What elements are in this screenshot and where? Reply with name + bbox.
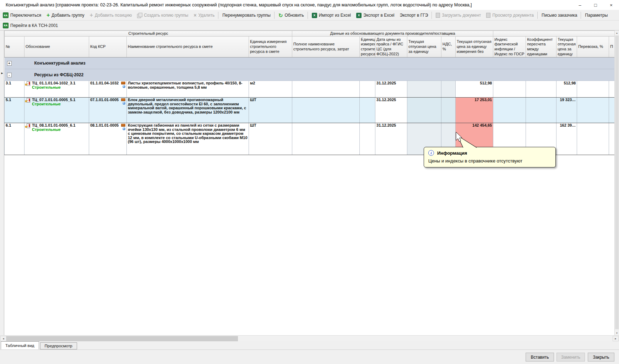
cell-price-per-unit[interactable]: 19 323… bbox=[556, 98, 577, 123]
add-position-label: Добавить позицию bbox=[95, 13, 132, 18]
cell-number[interactable]: 5.1 bbox=[5, 98, 25, 123]
cell-unit[interactable]: м2 bbox=[249, 81, 292, 98]
horizontal-scroll-thumb[interactable] bbox=[6, 336, 238, 341]
group-row-conjuncture-analysis[interactable]: + Конъюнктурный анализ bbox=[5, 57, 615, 69]
cell-justification[interactable]: ☛ ТЦ_01.1.01.04-1032_3.1 Строительные bbox=[25, 81, 89, 98]
cell-ksr-code[interactable]: 01.1.01.04-1032 bbox=[89, 81, 127, 98]
add-group-button[interactable]: + Добавить группу bbox=[44, 11, 87, 20]
group-row-fsbc-resources[interactable]: - Ресурсы из ФСБЦ-2022 bbox=[5, 69, 615, 81]
cell-price-per-unit[interactable]: 512,98 bbox=[556, 81, 577, 98]
toolbar-separator bbox=[218, 12, 218, 19]
add-group-label: Добавить группу bbox=[51, 13, 84, 18]
parameters-button[interactable]: Параметры bbox=[582, 11, 610, 20]
cell-justification[interactable]: ☛ ТЦ_08.1.01.01-0005_6.1 Строительные bbox=[25, 123, 89, 155]
cell-unit-supplier[interactable] bbox=[360, 81, 375, 98]
cell-inflation-index[interactable] bbox=[493, 81, 526, 98]
close-button[interactable]: × bbox=[603, 0, 619, 10]
group-label: Конъюнктурный анализ bbox=[25, 57, 615, 69]
scroll-up-icon[interactable]: ▲ bbox=[615, 31, 619, 35]
bricks-icon bbox=[121, 124, 125, 127]
export-gge-button[interactable]: Экспорт в ГГЭ bbox=[397, 11, 431, 20]
scroll-left-icon[interactable]: ◄ bbox=[0, 336, 6, 341]
horizontal-scrollbar[interactable]: ◄ ► bbox=[0, 335, 619, 341]
switch-button[interactable]: КА Переключиться bbox=[0, 11, 44, 20]
cell-ksr-code[interactable]: 08.1.01.01-0005 bbox=[89, 123, 127, 155]
toolbar-separator bbox=[537, 12, 538, 19]
excel-icon: X bbox=[312, 13, 317, 18]
scroll-down-icon[interactable]: ▼ bbox=[615, 331, 619, 335]
cell-vat[interactable] bbox=[441, 98, 456, 123]
cell-justification[interactable]: ☛ ТЦ_07.1.01.01-0005_5.1 Строительные bbox=[25, 98, 89, 123]
cell-truncated[interactable] bbox=[609, 81, 615, 98]
cell-resource-name[interactable]: Блок дверной металлический противопожарн… bbox=[127, 98, 249, 123]
cell-number[interactable]: 3.1 bbox=[5, 81, 25, 98]
document-view-icon bbox=[486, 13, 490, 18]
cell-price-date[interactable]: 31.12.2025 bbox=[375, 98, 407, 123]
tab-table-view[interactable]: Табличный вид bbox=[1, 341, 39, 349]
group-header-empty bbox=[493, 31, 615, 37]
cell-unit[interactable]: ШТ bbox=[249, 98, 292, 123]
delete-button[interactable]: × Удалить bbox=[191, 11, 217, 20]
col-header-vat: НДС, % bbox=[441, 37, 456, 57]
cell-conversion-factor[interactable] bbox=[526, 98, 556, 123]
close-dialog-button[interactable]: Закрыть bbox=[588, 353, 614, 362]
cell-current-price[interactable] bbox=[407, 98, 441, 123]
cell-unit[interactable]: ШТ bbox=[249, 123, 292, 155]
col-header-current-price: Текущая отпускная цена за единицу bbox=[407, 37, 441, 57]
drop-icon bbox=[123, 102, 125, 105]
refresh-button[interactable]: ↻ Обновить bbox=[276, 11, 306, 20]
customer-letter-button[interactable]: Письмо заказчика bbox=[539, 11, 580, 20]
cell-full-name[interactable] bbox=[292, 98, 360, 123]
cell-full-name[interactable] bbox=[292, 123, 360, 155]
document-hand-icon: ☛ bbox=[26, 98, 31, 104]
cell-number[interactable]: 6.1 bbox=[5, 123, 25, 155]
collapse-button[interactable]: - bbox=[7, 73, 12, 77]
cell-truncated[interactable] bbox=[609, 123, 615, 155]
add-position-button[interactable]: + Добавить позицию bbox=[87, 11, 135, 20]
cell-truncated[interactable] bbox=[609, 98, 615, 123]
insert-button[interactable]: Вставить bbox=[526, 353, 554, 362]
cell-price-date[interactable]: 31.12.2025 bbox=[375, 81, 407, 98]
col-header-unit: Единица измерения строительного ресурса … bbox=[249, 37, 292, 57]
copy-group-label: Создать копию группы bbox=[144, 13, 188, 18]
cell-vat[interactable] bbox=[441, 81, 456, 98]
cell-unit-supplier[interactable] bbox=[360, 123, 375, 155]
export-excel-button[interactable]: X Экспорт в Excel bbox=[354, 11, 397, 20]
copy-icon bbox=[137, 13, 142, 18]
view-document-button[interactable]: Просмотр документа bbox=[484, 11, 536, 20]
load-document-button[interactable]: Загрузить документ bbox=[433, 11, 483, 20]
go-to-ka-tsn-button[interactable]: КА Перейти в КА ТСН-2001 bbox=[0, 21, 60, 30]
view-document-label: Просмотр документа bbox=[492, 13, 534, 18]
cell-resource-name[interactable]: Листы хризотилцементные волнистые, профи… bbox=[127, 81, 249, 98]
expand-button[interactable]: + bbox=[7, 61, 12, 66]
ka-icon: КА bbox=[3, 12, 9, 18]
cell-full-name[interactable] bbox=[292, 81, 360, 98]
cell-transport[interactable] bbox=[577, 81, 609, 98]
renumber-groups-button[interactable]: Перенумеровать группы bbox=[220, 11, 273, 20]
cell-unit-supplier[interactable] bbox=[360, 98, 375, 123]
cell-transport[interactable] bbox=[577, 98, 609, 123]
col-header-truncated: П bbox=[609, 37, 615, 57]
cell-conversion-factor[interactable] bbox=[526, 81, 556, 98]
cell-price-no-vat[interactable]: 17 253,01 bbox=[456, 98, 493, 123]
scroll-right-icon[interactable]: ► bbox=[613, 336, 619, 341]
import-excel-button[interactable]: X Импорт из Excel bbox=[309, 11, 353, 20]
cell-resource-name[interactable]: Конструкция габионная из панелей из сетк… bbox=[127, 123, 249, 155]
tab-preview[interactable]: Предпросмотр bbox=[40, 342, 77, 349]
copy-group-button[interactable]: Создать копию группы bbox=[135, 11, 191, 20]
cell-current-price[interactable] bbox=[407, 81, 441, 98]
cell-ksr-code[interactable]: 07.1.01.01-0005 bbox=[89, 98, 127, 123]
refresh-icon: ↻ bbox=[278, 13, 283, 18]
replace-button[interactable]: Заменить bbox=[556, 353, 585, 362]
vertical-scrollbar[interactable]: ▲ ▼ bbox=[614, 31, 619, 335]
excel-icon: X bbox=[356, 13, 362, 18]
renumber-groups-label: Перенумеровать группы bbox=[222, 13, 271, 18]
maximize-button[interactable]: □ bbox=[588, 0, 603, 10]
cell-price-no-vat[interactable]: 512,98 bbox=[456, 81, 493, 98]
cell-inflation-index[interactable] bbox=[493, 98, 526, 123]
cell-price-date[interactable]: 31.12.2025 bbox=[375, 123, 407, 155]
cell-transport[interactable] bbox=[577, 123, 609, 155]
cell-price-per-unit[interactable]: 162 39… bbox=[556, 123, 577, 155]
vertical-scroll-thumb[interactable] bbox=[615, 35, 619, 329]
minimize-button[interactable]: – bbox=[572, 0, 588, 10]
